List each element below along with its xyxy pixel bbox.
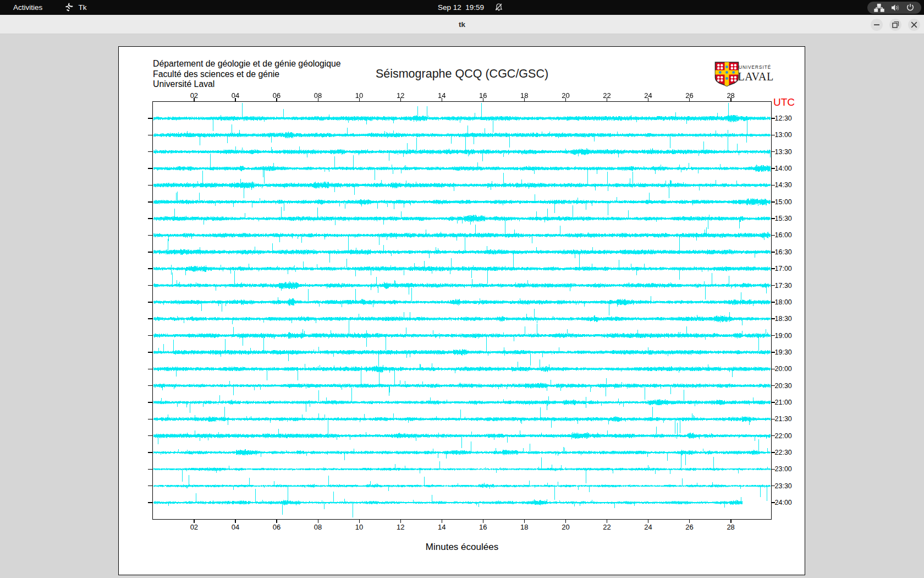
svg-text:UNIVERSITÉ: UNIVERSITÉ: [739, 64, 771, 70]
svg-text:LAVAL: LAVAL: [738, 70, 774, 83]
